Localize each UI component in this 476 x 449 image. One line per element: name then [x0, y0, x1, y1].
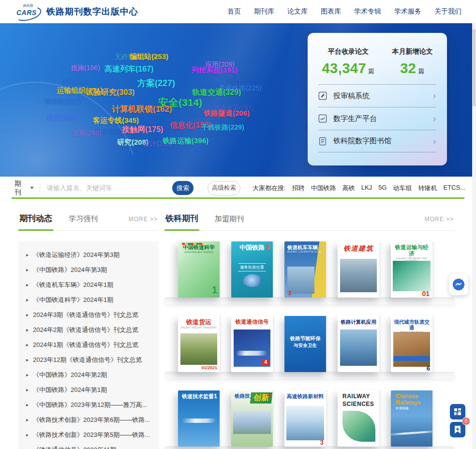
- keyword-tag[interactable]: BIM(2: [188, 110, 205, 117]
- list-item[interactable]: ▸《中国铁路》2024年第2期: [21, 367, 156, 382]
- nav-item-4[interactable]: 学术专辑: [354, 7, 381, 16]
- hot-keyword[interactable]: LKJ: [361, 184, 372, 193]
- journal-cover[interactable]: 铁道机车车辆RAILWAY LOCOMOTIVE & CAR1: [284, 241, 327, 298]
- list-item[interactable]: ▸《中国铁路》2024年第3期: [21, 262, 156, 277]
- floating-logo-button[interactable]: [449, 274, 468, 295]
- journal-cover[interactable]: 铁道技术监督1: [178, 390, 221, 447]
- hot-keyword[interactable]: 高铁: [342, 184, 355, 193]
- journal-cover[interactable]: 高速铁路新材料3: [284, 390, 327, 447]
- nav-item-6[interactable]: 关于我们: [434, 7, 461, 16]
- tab-study-journal[interactable]: 学习强刊: [68, 214, 99, 230]
- tab-cars-journals[interactable]: 铁科期刊: [164, 213, 199, 230]
- journals-more-link[interactable]: MORE >>: [425, 216, 455, 223]
- journal-cover-title: 中国铁路: [233, 244, 271, 252]
- main-content: 期刊动态 学习强刊 MORE >> ▸《铁道运输经济》2024年第3期▸《中国铁…: [0, 199, 476, 449]
- news-more-link[interactable]: MORE >>: [129, 216, 159, 223]
- journal-cover-title: 铁路节能环保: [286, 335, 324, 341]
- list-item[interactable]: ▸《铁道通信信号》2023年11期: [21, 442, 156, 449]
- hot-keywords: 招聘中国铁路高铁LKJ5G动车组转辙机ETCS...: [292, 184, 465, 193]
- keyword-tag[interactable]: 发展(240): [72, 130, 102, 136]
- search-category-dropdown[interactable]: 期刊: [11, 180, 40, 197]
- journal-grid-button[interactable]: [450, 404, 465, 419]
- scrollbar-thumb[interactable]: [473, 29, 476, 106]
- cars-circle-icon: [452, 278, 465, 291]
- list-item[interactable]: ▸《中国铁路》2023年第12期——雅万高...: [21, 397, 156, 412]
- logo-small-text: 铁科院: [23, 3, 33, 8]
- keyword-tag[interactable]: 列控系统(191): [192, 66, 238, 74]
- journal-cover-title: 铁路计算机应用: [340, 319, 377, 325]
- journal-cover[interactable]: 铁道通信信号4: [231, 316, 274, 372]
- tab-journal-news[interactable]: 期刊动态: [18, 213, 53, 230]
- keyword-tag[interactable]: 铁路(2431): [226, 76, 257, 82]
- nav-item-2[interactable]: 论文库: [287, 7, 308, 16]
- list-item[interactable]: ▸《铁路技术创新》2023年第6期——铁路...: [21, 412, 156, 427]
- journal-cover[interactable]: 铁道建筑: [338, 241, 381, 298]
- journal-cover[interactable]: 铁道运输与经济RAILWAY TRANSPORT AND ECONOMY01: [391, 241, 434, 298]
- stat-value: 43,347篇: [322, 60, 374, 76]
- keyword-tag[interactable]: 试验研究(303): [86, 89, 134, 96]
- nav-item-3[interactable]: 图表库: [321, 7, 341, 16]
- keyword-tag[interactable]: 方案(227): [137, 79, 175, 88]
- list-item[interactable]: ▸《中国铁道科学》2024年1期: [21, 292, 156, 307]
- hot-keyword[interactable]: 5G: [378, 184, 387, 193]
- list-item[interactable]: ▸《铁道机车车辆》2024年1期: [21, 277, 156, 292]
- list-item[interactable]: ▸2024年1期《铁道通信信号》刊文总览: [21, 337, 156, 352]
- keyword-tag[interactable]: 高速列车(167): [104, 65, 153, 73]
- journal-issue-badge: 3: [266, 243, 270, 251]
- journal-cover-subtitle: Modern Urban Transit: [393, 331, 431, 333]
- list-item[interactable]: ▸2023年12期《铁道通信信号》刊文总览: [21, 352, 156, 367]
- hot-keyword[interactable]: 转辙机: [418, 184, 437, 193]
- advanced-search-button[interactable]: 高级检索: [208, 181, 240, 195]
- journal-cover[interactable]: 中国铁路服务轨道交通3: [231, 241, 274, 298]
- keyword-tag[interactable]: 铁路运输(396): [163, 137, 208, 144]
- journal-issue-badge: 01: [422, 290, 430, 298]
- journal-cover[interactable]: Chinese Railways中国铁路: [391, 390, 434, 447]
- hot-keyword[interactable]: 动车组: [393, 184, 412, 193]
- bookmark-plus-icon: [454, 425, 461, 434]
- journal-cover[interactable]: 铁路计算机应用: [338, 316, 381, 372]
- list-item[interactable]: ▸《铁道运输经济》2024年第3期: [21, 247, 156, 262]
- stats-link-铁科院数字图书馆[interactable]: 铁科院数字图书馆›: [318, 130, 436, 152]
- triangle-bullet-icon: ▸: [26, 401, 29, 409]
- keyword-tag[interactable]: 编组站(253): [130, 53, 168, 60]
- journal-cover[interactable]: RAILWAYSCIENCES: [338, 390, 381, 447]
- search-input[interactable]: [40, 184, 172, 192]
- journal-cover[interactable]: 中国铁道科学CHINA RAILWAY SCIENCE1: [178, 241, 221, 298]
- nav-item-1[interactable]: 期刊库: [254, 7, 274, 16]
- journal-cover-title: 现代城市轨道交通: [393, 319, 431, 330]
- list-item-text: 《中国铁路》2024年第3期: [33, 266, 107, 274]
- nav-item-5[interactable]: 学术服务: [394, 7, 421, 16]
- doc-icon: [318, 137, 327, 146]
- journal-cover[interactable]: 铁路节能环保与安全卫生: [284, 316, 327, 372]
- keyword-tag[interactable]: 动车组(317): [45, 98, 81, 105]
- stats-link-投审稿系统[interactable]: 投审稿系统›: [318, 84, 436, 107]
- keyword-tag[interactable]: 计算机联锁(162): [112, 105, 172, 113]
- tab-partner-journals[interactable]: 加盟期刊: [214, 214, 245, 230]
- journal-cover[interactable]: 铁路技术创新6: [231, 390, 274, 447]
- journal-cover[interactable]: 铁道货运RAILWAY FREIGHT TRANSPORT01/2021: [178, 316, 221, 372]
- keyword-tag[interactable]: 客运专线(345): [93, 117, 139, 124]
- journal-cover-head: 铁路节能环保与安全卫生: [284, 332, 326, 349]
- keyword-tag[interactable]: 数值模拟(440): [198, 129, 238, 135]
- list-item[interactable]: ▸2024年2期《铁道通信信号》刊文总览: [21, 322, 156, 337]
- keyword-tag[interactable]: 措施(166): [71, 64, 100, 71]
- site-title: 铁路期刊数字出版中心: [46, 6, 138, 17]
- journal-issue-badge: 1: [212, 284, 217, 296]
- list-item[interactable]: ▸2024年3期《铁道通信信号》刊文总览: [21, 307, 156, 322]
- hot-keyword[interactable]: ETCS...: [443, 184, 465, 193]
- stats-link-数字生产平台[interactable]: 数字生产平台›: [318, 107, 436, 130]
- keyword-tag[interactable]: 管理(409): [61, 78, 91, 85]
- keyword-tag[interactable]: 铁路隧道(206): [204, 109, 250, 117]
- hot-keyword[interactable]: 招聘: [292, 184, 305, 193]
- keyword-tag[interactable]: 接触网(175): [122, 126, 163, 134]
- search-button[interactable]: 搜索: [172, 181, 193, 195]
- keyword-tag[interactable]: 优化(196): [46, 113, 77, 120]
- journal-cover[interactable]: 现代城市轨道交通Modern Urban Transit6: [391, 316, 434, 372]
- hot-keyword[interactable]: 中国铁路: [311, 184, 336, 193]
- list-item[interactable]: ▸《铁路技术创新》2023年第5期——铁路...: [21, 427, 156, 442]
- nav-item-0[interactable]: 首页: [227, 7, 241, 16]
- keyword-tag[interactable]: 轨道交通(329): [192, 89, 241, 96]
- covers-row: 中国铁道科学CHINA RAILWAY SCIENCE1中国铁路服务轨道交通3铁…: [164, 241, 455, 298]
- journal-cover-title: 铁道运输与经济: [393, 244, 431, 257]
- list-item[interactable]: ▸《中国铁路》2024年第1期: [21, 382, 156, 397]
